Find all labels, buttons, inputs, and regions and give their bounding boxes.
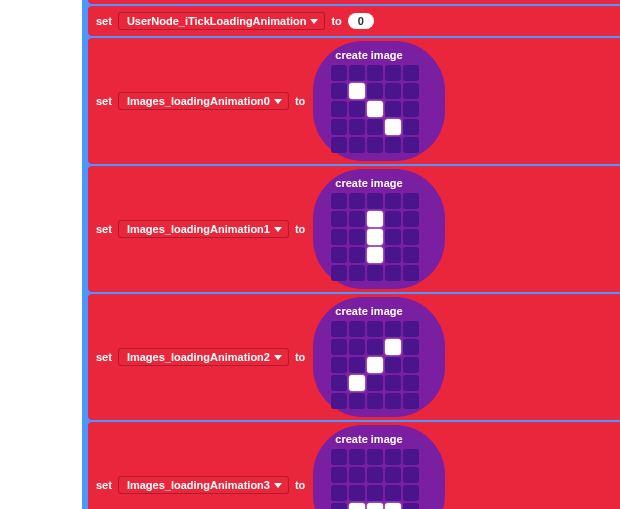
led-pixel[interactable] [403, 211, 419, 227]
led-pixel[interactable] [403, 485, 419, 501]
led-pixel[interactable] [331, 229, 347, 245]
led-pixel[interactable] [403, 229, 419, 245]
led-pixel[interactable] [367, 193, 383, 209]
led-pixel[interactable] [403, 193, 419, 209]
led-pixel[interactable] [367, 65, 383, 81]
led-pixel[interactable] [403, 393, 419, 409]
led-pixel[interactable] [403, 101, 419, 117]
led-pixel[interactable] [349, 357, 365, 373]
led-pixel[interactable] [331, 265, 347, 281]
led-pixel[interactable] [403, 247, 419, 263]
led-pixel[interactable] [349, 193, 365, 209]
led-pixel[interactable] [349, 211, 365, 227]
led-pixel[interactable] [331, 393, 347, 409]
script-container[interactable]: setUserNode_iTickLoadingAnimationto0setI… [82, 0, 620, 509]
led-pixel[interactable] [349, 101, 365, 117]
led-pixel[interactable] [331, 83, 347, 99]
led-pixel[interactable] [385, 65, 401, 81]
led-pixel[interactable] [331, 119, 347, 135]
led-pixel[interactable] [367, 229, 383, 245]
led-pixel[interactable] [385, 375, 401, 391]
set-variable-block[interactable]: setImages_loadingAnimation1tocreate imag… [88, 166, 620, 292]
led-pixel[interactable] [385, 393, 401, 409]
led-pixel[interactable] [385, 193, 401, 209]
led-pixel[interactable] [385, 321, 401, 337]
led-pixel[interactable] [385, 503, 401, 509]
led-pixel[interactable] [403, 65, 419, 81]
led-pixel[interactable] [331, 321, 347, 337]
led-pixel[interactable] [349, 485, 365, 501]
led-pixel[interactable] [331, 339, 347, 355]
led-pixel[interactable] [349, 503, 365, 509]
led-pixel[interactable] [367, 137, 383, 153]
led-pixel[interactable] [403, 375, 419, 391]
set-variable-block[interactable]: setUserNode_iTickLoadingAnimationto0 [88, 6, 620, 36]
led-pixel[interactable] [385, 211, 401, 227]
led-pixel[interactable] [331, 65, 347, 81]
led-pixel[interactable] [367, 357, 383, 373]
led-pixel-grid[interactable] [331, 321, 419, 409]
create-image-block[interactable]: create image [313, 297, 445, 417]
led-pixel[interactable] [349, 339, 365, 355]
led-pixel[interactable] [367, 265, 383, 281]
create-image-block[interactable]: create image [313, 169, 445, 289]
led-pixel[interactable] [385, 467, 401, 483]
led-pixel[interactable] [349, 375, 365, 391]
led-pixel[interactable] [367, 211, 383, 227]
led-pixel[interactable] [331, 357, 347, 373]
led-pixel[interactable] [403, 119, 419, 135]
led-pixel-grid[interactable] [331, 65, 419, 153]
led-pixel[interactable] [385, 339, 401, 355]
variable-dropdown[interactable]: Images_loadingAnimation2 [118, 348, 289, 366]
led-pixel[interactable] [331, 137, 347, 153]
set-variable-block[interactable]: setImages_loadingAnimation0tocreate imag… [88, 38, 620, 164]
led-pixel[interactable] [385, 485, 401, 501]
led-pixel[interactable] [349, 393, 365, 409]
led-pixel[interactable] [331, 485, 347, 501]
led-pixel-grid[interactable] [331, 449, 419, 509]
number-input[interactable]: 0 [348, 13, 374, 29]
led-pixel[interactable] [403, 265, 419, 281]
led-pixel[interactable] [367, 247, 383, 263]
led-pixel[interactable] [331, 193, 347, 209]
led-pixel[interactable] [331, 503, 347, 509]
set-variable-block[interactable] [88, 0, 620, 4]
variable-dropdown[interactable]: Images_loadingAnimation1 [118, 220, 289, 238]
led-pixel[interactable] [385, 247, 401, 263]
led-pixel[interactable] [385, 119, 401, 135]
variable-dropdown[interactable]: UserNode_iTickLoadingAnimation [118, 12, 326, 30]
led-pixel[interactable] [403, 357, 419, 373]
variable-dropdown[interactable]: Images_loadingAnimation0 [118, 92, 289, 110]
led-pixel[interactable] [403, 321, 419, 337]
led-pixel[interactable] [367, 101, 383, 117]
led-pixel[interactable] [367, 467, 383, 483]
led-pixel[interactable] [349, 265, 365, 281]
led-pixel[interactable] [385, 357, 401, 373]
led-pixel[interactable] [367, 339, 383, 355]
led-pixel[interactable] [403, 137, 419, 153]
led-pixel[interactable] [385, 449, 401, 465]
led-pixel[interactable] [403, 467, 419, 483]
led-pixel[interactable] [367, 375, 383, 391]
led-pixel-grid[interactable] [331, 193, 419, 281]
led-pixel[interactable] [349, 119, 365, 135]
led-pixel[interactable] [349, 83, 365, 99]
led-pixel[interactable] [385, 101, 401, 117]
set-variable-block[interactable]: setImages_loadingAnimation3tocreate imag… [88, 422, 620, 509]
create-image-block[interactable]: create image [313, 41, 445, 161]
led-pixel[interactable] [403, 83, 419, 99]
led-pixel[interactable] [331, 101, 347, 117]
led-pixel[interactable] [331, 211, 347, 227]
led-pixel[interactable] [349, 137, 365, 153]
led-pixel[interactable] [367, 393, 383, 409]
led-pixel[interactable] [367, 503, 383, 509]
led-pixel[interactable] [367, 485, 383, 501]
led-pixel[interactable] [385, 137, 401, 153]
led-pixel[interactable] [349, 321, 365, 337]
led-pixel[interactable] [331, 449, 347, 465]
set-variable-block[interactable]: setImages_loadingAnimation2tocreate imag… [88, 294, 620, 420]
led-pixel[interactable] [331, 247, 347, 263]
create-image-block[interactable]: create image [313, 425, 445, 509]
led-pixel[interactable] [385, 229, 401, 245]
led-pixel[interactable] [349, 449, 365, 465]
